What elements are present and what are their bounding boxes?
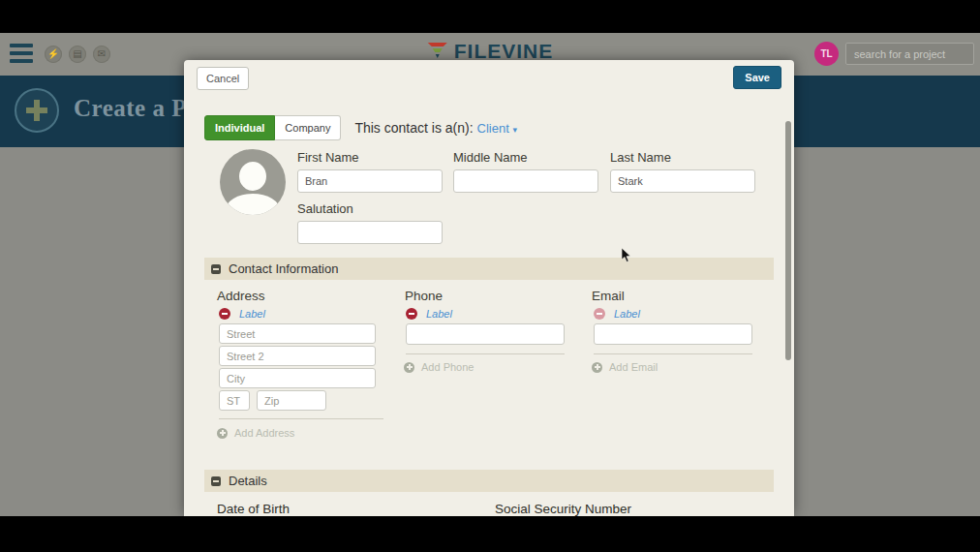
collapse-section-icon[interactable] xyxy=(211,476,221,486)
street-input[interactable] xyxy=(219,323,376,344)
add-plus-icon xyxy=(404,362,414,373)
mail-icon[interactable]: ✉ xyxy=(93,46,110,63)
salutation-field-group: Salutation xyxy=(297,201,443,244)
toggle-company[interactable]: Company xyxy=(275,115,341,140)
letterbox-top xyxy=(0,0,980,33)
remove-address-icon[interactable] xyxy=(219,308,230,320)
dob-label: Date of Birth xyxy=(217,502,290,516)
contact-type-value: Client xyxy=(477,121,509,136)
salutation-label: Salutation xyxy=(297,201,443,216)
email-divider xyxy=(594,353,752,354)
contact-type-row: Individual Company This contact is a(n):… xyxy=(204,115,517,140)
state-input[interactable] xyxy=(219,390,250,411)
chevron-down-icon: ▾ xyxy=(512,125,517,135)
add-address-link[interactable]: Add Address xyxy=(217,427,294,439)
phone-input-wrap xyxy=(406,323,565,345)
email-label-link[interactable]: Label xyxy=(614,308,640,320)
phone-divider xyxy=(406,353,565,354)
save-button[interactable]: Save xyxy=(733,66,781,89)
cancel-button[interactable]: Cancel xyxy=(197,67,249,90)
phone-label-row: Label xyxy=(406,308,452,320)
user-avatar[interactable]: TL xyxy=(814,42,839,66)
ssn-label: Social Security Number xyxy=(495,502,631,516)
salutation-input[interactable] xyxy=(297,221,443,244)
last-name-field-group: Last Name xyxy=(610,150,755,193)
contact-information-title: Contact Information xyxy=(229,261,338,276)
remove-email-icon[interactable] xyxy=(594,308,605,320)
filevine-app: { "header": { "logo_text": "FILEVINE", "… xyxy=(0,0,980,552)
last-name-input[interactable] xyxy=(610,169,755,193)
email-input[interactable] xyxy=(594,323,752,345)
filevine-logo-icon xyxy=(427,42,448,61)
hamburger-menu-icon[interactable] xyxy=(10,44,33,64)
add-email-label: Add Email xyxy=(609,361,658,373)
city-input[interactable] xyxy=(219,368,376,388)
create-contact-modal: Cancel Save Individual Company This cont… xyxy=(184,60,794,516)
contact-avatar[interactable] xyxy=(220,149,286,215)
letterbox-bottom xyxy=(0,516,980,552)
phone-label-link[interactable]: Label xyxy=(426,308,452,320)
contact-type-dropdown[interactable]: Client ▾ xyxy=(477,121,517,136)
person-silhouette-icon xyxy=(239,162,266,191)
add-plus-icon xyxy=(592,362,602,373)
email-input-wrap xyxy=(594,323,752,345)
contact-type-label: This contact is a(n): xyxy=(354,120,473,136)
middle-name-input[interactable] xyxy=(453,169,598,193)
modal-scrollbar-thumb[interactable] xyxy=(785,121,791,360)
toggle-individual[interactable]: Individual xyxy=(204,115,275,140)
address-column-title: Address xyxy=(217,289,265,303)
add-phone-label: Add Phone xyxy=(421,361,474,373)
details-title: Details xyxy=(229,474,267,488)
middle-name-label: Middle Name xyxy=(453,150,598,165)
address-label-row: Label xyxy=(219,308,265,320)
details-section-header[interactable]: Details xyxy=(204,470,774,492)
add-phone-link[interactable]: Add Phone xyxy=(404,361,474,373)
phone-input[interactable] xyxy=(406,323,565,345)
zip-input[interactable] xyxy=(257,390,326,411)
mouse-cursor xyxy=(621,247,632,267)
first-name-field-group: First Name xyxy=(297,150,443,193)
email-column-title: Email xyxy=(592,289,625,303)
create-project-plus-icon xyxy=(15,88,59,133)
add-email-link[interactable]: Add Email xyxy=(592,361,658,373)
address-inputs xyxy=(219,323,376,413)
projects-list-icon[interactable]: ▤ xyxy=(69,46,86,63)
collapse-section-icon[interactable] xyxy=(211,264,221,274)
add-address-label: Add Address xyxy=(234,427,294,439)
first-name-input[interactable] xyxy=(297,169,443,193)
lightning-icon[interactable]: ⚡ xyxy=(45,46,62,63)
address-divider xyxy=(219,418,383,419)
first-name-label: First Name xyxy=(297,150,443,165)
email-label-row: Label xyxy=(594,308,640,320)
address-label-link[interactable]: Label xyxy=(239,308,265,320)
search-input[interactable] xyxy=(845,43,974,65)
contact-information-section-header[interactable]: Contact Information xyxy=(204,258,774,280)
last-name-label: Last Name xyxy=(610,150,755,165)
remove-phone-icon[interactable] xyxy=(406,308,417,320)
middle-name-field-group: Middle Name xyxy=(453,150,598,193)
add-plus-icon xyxy=(217,428,228,439)
street2-input[interactable] xyxy=(219,346,376,366)
phone-column-title: Phone xyxy=(405,289,443,303)
